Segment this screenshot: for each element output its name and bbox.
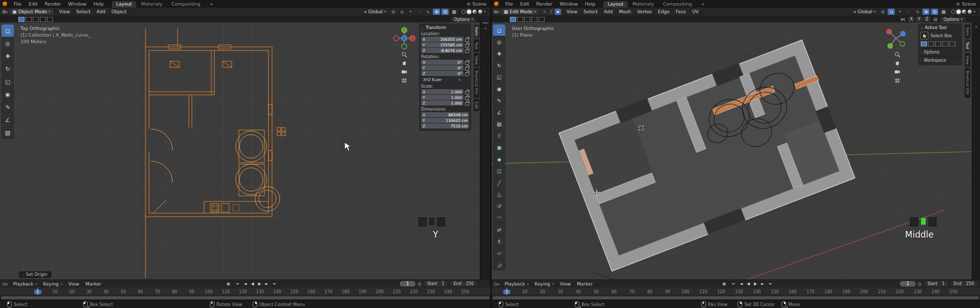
- move-view-icon[interactable]: [401, 60, 407, 66]
- topbar-menu[interactable]: Window: [556, 2, 582, 7]
- play-button[interactable]: ▶: [752, 281, 759, 286]
- timeline-menu[interactable]: Playback: [10, 281, 40, 287]
- vertex-select-button[interactable]: ∙: [542, 9, 548, 15]
- lock-icon[interactable]: [465, 67, 469, 70]
- transform-panel-header[interactable]: ⌄Transform: [421, 25, 469, 30]
- timeline-scrollbar[interactable]: [493, 296, 979, 299]
- select-box-tool[interactable]: ◻: [493, 24, 505, 36]
- sidebar-tab[interactable]: View: [474, 53, 479, 67]
- edge-slide-tool[interactable]: ⇄: [493, 224, 505, 235]
- gizmo-axis-x-positive[interactable]: [887, 29, 892, 35]
- cursor-tool[interactable]: ◎: [2, 37, 14, 49]
- cursor-tool[interactable]: ◎: [493, 36, 505, 47]
- gizmo-axis-x-negative[interactable]: [394, 36, 399, 41]
- gizmo-axis-y-positive[interactable]: [888, 43, 893, 49]
- snap-settings-dropdown[interactable]: ▾: [407, 9, 414, 15]
- measure-tool[interactable]: ∠: [2, 114, 14, 126]
- topbar-menu[interactable]: Help: [581, 2, 599, 7]
- current-frame-field[interactable]: 1: [900, 281, 916, 287]
- use-preview-range-icon[interactable]: ◷: [418, 281, 422, 287]
- scene-selector[interactable]: Scene: [473, 2, 486, 7]
- extrude-region-tool[interactable]: ⇧: [493, 130, 505, 141]
- rotate-tool[interactable]: ↻: [493, 60, 505, 71]
- show-overlays-dropdown[interactable]: ◎: [931, 9, 938, 15]
- dimensions-field[interactable]: X88308 cm: [421, 112, 469, 117]
- lock-icon[interactable]: [465, 49, 469, 53]
- prev-keyframe-button[interactable]: ◄: [738, 281, 745, 286]
- poly-build-tool[interactable]: △: [493, 189, 505, 200]
- lock-icon[interactable]: [465, 38, 469, 42]
- timeline-editor-icon[interactable]: ◷▾: [2, 281, 8, 287]
- inset-faces-tool[interactable]: ▣: [493, 142, 505, 153]
- mode-dropdown[interactable]: ▣ Object Mode▾: [9, 9, 54, 15]
- collapsed-section[interactable]: ›Options: [920, 48, 960, 55]
- shading-dropdown[interactable]: ▾: [973, 10, 975, 14]
- viewport-menu[interactable]: Select: [580, 9, 601, 14]
- viewport-menu[interactable]: Add: [601, 9, 616, 14]
- transform-tool[interactable]: ◉: [2, 88, 14, 100]
- select-mode-subtract-icon[interactable]: [524, 17, 530, 22]
- scale-field[interactable]: Y1.000: [421, 95, 463, 100]
- lock-icon[interactable]: [465, 72, 469, 76]
- use-preview-range-icon[interactable]: ◷: [918, 281, 922, 287]
- timeline-scrollbar[interactable]: [1, 296, 489, 299]
- next-keyframe-button[interactable]: ►: [263, 281, 270, 286]
- frame-end-field[interactable]: End250: [450, 281, 477, 287]
- zoom-icon[interactable]: [894, 51, 900, 58]
- select-mode-new-icon[interactable]: [921, 41, 927, 46]
- sidebar-tab[interactable]: Tool: [474, 39, 479, 52]
- jump-to-start-button[interactable]: ⇤: [731, 281, 738, 286]
- timeline-ruler[interactable]: 1102030405060708090100110120130140150160…: [0, 287, 491, 295]
- xray-toggle[interactable]: ▩: [940, 9, 947, 15]
- editor-type-icon[interactable]: ⊞▾: [2, 9, 8, 14]
- show-overlays-dropdown[interactable]: ◎: [442, 9, 449, 15]
- scale-tool[interactable]: ◱: [493, 71, 505, 83]
- timeline-editor-icon[interactable]: ◷▾: [494, 281, 499, 287]
- rotation-mode-dropdown[interactable]: XYZ Euler▾: [421, 77, 462, 83]
- workspace-tab[interactable]: Layout: [112, 1, 137, 8]
- snap-toggle[interactable]: ∪: [888, 9, 895, 15]
- select-mode-subtract-icon[interactable]: [935, 41, 941, 46]
- workspace-tab[interactable]: Layout: [603, 1, 628, 8]
- shrink-fatten-tool[interactable]: ⇕: [493, 236, 505, 247]
- blender-logo-icon[interactable]: [3, 2, 7, 6]
- select-mode-extend-icon[interactable]: [928, 41, 934, 46]
- viewport-menu[interactable]: Select: [73, 9, 93, 14]
- gizmo-axis-z-positive[interactable]: [900, 31, 906, 37]
- edge-select-button[interactable]: ╱: [548, 9, 554, 15]
- shading-material-button[interactable]: [962, 10, 966, 14]
- timeline-menu[interactable]: Playback: [501, 281, 531, 287]
- options-dropdown[interactable]: Options▾: [941, 17, 966, 22]
- workspace-tab[interactable]: Materialy: [628, 1, 658, 8]
- jump-to-end-button[interactable]: ⇥: [271, 281, 277, 286]
- camera-view-icon[interactable]: [894, 68, 900, 75]
- viewport-menu[interactable]: Face: [673, 9, 689, 14]
- navigation-gizmo[interactable]: [883, 25, 909, 54]
- lock-icon[interactable]: [465, 61, 469, 65]
- play-button[interactable]: ▶: [256, 281, 263, 286]
- viewport-menu[interactable]: View: [564, 9, 580, 14]
- shading-wireframe-button[interactable]: [951, 10, 955, 14]
- measure-tool[interactable]: ∠: [493, 107, 505, 118]
- topbar-menu[interactable]: Help: [90, 2, 108, 7]
- select-mode-invert-icon[interactable]: [40, 17, 46, 22]
- rotation-field[interactable]: Z0°: [421, 71, 463, 76]
- topbar-menu[interactable]: Render: [533, 2, 556, 7]
- transform-tool[interactable]: ◉: [493, 83, 505, 94]
- workspace-tab[interactable]: +: [205, 1, 218, 8]
- shading-dropdown[interactable]: ▾: [484, 10, 486, 14]
- jump-to-start-button[interactable]: ⇤: [235, 281, 241, 286]
- location-field[interactable]: X206355 cm: [421, 37, 463, 42]
- timeline-menu[interactable]: Marker: [574, 281, 596, 287]
- jump-to-end-button[interactable]: ⇥: [767, 281, 773, 286]
- zoom-icon[interactable]: [401, 51, 407, 58]
- timeline-menu[interactable]: Keying: [40, 281, 65, 287]
- select-mode-subtract-icon[interactable]: [33, 17, 39, 22]
- select-mode-intersect-icon[interactable]: [47, 17, 53, 22]
- editor-type-icon[interactable]: ⊞▾: [494, 9, 499, 14]
- shading-material-button[interactable]: [473, 10, 477, 14]
- sidebar-tab[interactable]: Item: [474, 24, 479, 38]
- pivot-point-dropdown[interactable]: ⊙: [879, 9, 886, 15]
- auto-keying-toggle[interactable]: ●: [723, 281, 726, 286]
- scale-field[interactable]: Z1.000: [421, 100, 463, 106]
